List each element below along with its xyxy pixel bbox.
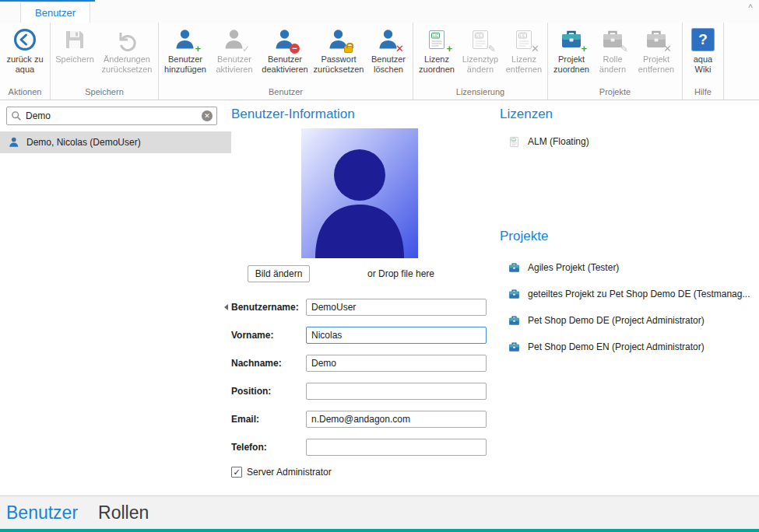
button-label: Benutzer aktivieren bbox=[210, 54, 258, 75]
button-label: Rolle ändern bbox=[593, 54, 632, 75]
back-to-aqua-button[interactable]: zurück zu aqua bbox=[2, 23, 48, 86]
ribbon-collapse-icon[interactable]: ^ bbox=[748, 2, 753, 13]
project-item[interactable]: Pet Shop Demo EN (Project Administrator) bbox=[500, 334, 759, 360]
button-label: Benutzer deaktivieren bbox=[258, 54, 311, 75]
assign-project-button[interactable]: + Projekt zuordnen bbox=[550, 23, 593, 86]
button-label: Speichern bbox=[54, 54, 95, 65]
assign-license-button[interactable]: + Lizenz zuordnen bbox=[415, 23, 459, 86]
bottom-tab-bar: Benutzer Rollen bbox=[0, 495, 759, 529]
button-label: Passwort zurücksetzen bbox=[311, 54, 366, 75]
delete-user-button[interactable]: ✕ Benutzer löschen bbox=[366, 23, 411, 86]
aqua-wiki-button[interactable]: ? aqua Wiki bbox=[684, 23, 722, 86]
change-photo-button[interactable]: Bild ändern bbox=[248, 265, 310, 282]
group-label-benutzer: Benutzer bbox=[160, 86, 411, 100]
search-input[interactable] bbox=[22, 110, 202, 121]
telefon-field[interactable] bbox=[306, 439, 487, 456]
user-deactivate-icon: − bbox=[272, 27, 297, 52]
field-label-benutzername: Benutzername: bbox=[231, 302, 306, 313]
back-icon bbox=[12, 27, 37, 52]
nachname-field[interactable] bbox=[306, 355, 487, 372]
group-label-speichern: Speichern bbox=[52, 86, 156, 100]
undo-changes-button[interactable]: Änderungen zurücksetzen bbox=[97, 23, 156, 86]
project-add-icon: + bbox=[559, 27, 584, 52]
photo-actions: Bild ändern or Drop file here bbox=[231, 265, 500, 282]
ribbon-group-hilfe: ? aqua Wiki Hilfe bbox=[683, 23, 724, 100]
assignments-panel: Lizenzen ALM (Floating) Projekte Agiles … bbox=[500, 100, 759, 495]
position-field[interactable] bbox=[306, 383, 487, 400]
benutzername-field[interactable] bbox=[306, 299, 487, 316]
button-label: Lizenztyp ändern bbox=[459, 54, 502, 75]
group-label-aktionen: Aktionen bbox=[2, 86, 48, 100]
search-icon bbox=[11, 110, 22, 121]
group-label-hilfe: Hilfe bbox=[684, 86, 722, 100]
user-add-icon: + bbox=[173, 27, 198, 52]
field-label-email: Email: bbox=[231, 414, 306, 425]
button-label: Lizenz zuordnen bbox=[415, 54, 459, 75]
ribbon-group-benutzer: + Benutzer hinzufügen ✓ Benutzer aktivie… bbox=[159, 23, 413, 100]
project-label: geteiltes Projekt zu Pet Shop Demo DE (T… bbox=[528, 289, 750, 299]
user-activate-icon: ✓ bbox=[222, 27, 247, 52]
ribbon-group-speichern: Speichern Änderungen zurücksetzen Speich… bbox=[51, 23, 159, 100]
group-label-projekte: Projekte bbox=[550, 86, 680, 100]
save-button[interactable]: Speichern bbox=[52, 23, 97, 86]
ribbon-group-aktionen: zurück zu aqua Aktionen bbox=[0, 23, 51, 100]
avatar[interactable] bbox=[301, 128, 418, 258]
license-item[interactable]: ALM (Floating) bbox=[500, 132, 759, 151]
checkbox-check-icon: ✓ bbox=[231, 467, 242, 478]
projects-title: Projekte bbox=[500, 229, 759, 244]
button-label: Projekt entfernen bbox=[632, 54, 680, 75]
user-info-panel: Benutzer-Information Bild ändern bbox=[231, 100, 500, 495]
main-content: ✕ Demo, Nicolas (DemoUser) Benutzer-Info… bbox=[0, 100, 759, 495]
project-icon bbox=[508, 261, 521, 275]
project-icon bbox=[508, 314, 521, 327]
change-license-type-button[interactable]: ✎ Lizenztyp ändern bbox=[459, 23, 502, 86]
project-item[interactable]: geteiltes Projekt zu Pet Shop Demo DE (T… bbox=[500, 281, 759, 307]
ribbon-group-lizensierung: + Lizenz zuordnen ✎ Lizenztyp ändern ✕ L… bbox=[413, 23, 548, 100]
project-item[interactable]: Pet Shop Demo DE (Project Administrator) bbox=[500, 307, 759, 334]
deactivate-user-button[interactable]: − Benutzer deaktivieren bbox=[258, 23, 311, 86]
group-label-lizensierung: Lizensierung bbox=[415, 86, 546, 100]
button-label: Benutzer hinzufügen bbox=[160, 54, 210, 75]
project-label: Agiles Projekt (Tester) bbox=[528, 262, 619, 273]
wiki-icon: ? bbox=[690, 27, 715, 52]
field-label-position: Position: bbox=[231, 386, 306, 397]
remove-project-button[interactable]: ✕ Projekt entfernen bbox=[632, 23, 680, 86]
project-label: Pet Shop Demo DE (Project Administrator) bbox=[528, 315, 705, 326]
activate-user-button[interactable]: ✓ Benutzer aktivieren bbox=[210, 23, 258, 86]
change-role-button[interactable]: ✎ Rolle ändern bbox=[593, 23, 632, 86]
field-label-nachname: Nachname: bbox=[231, 358, 306, 369]
add-user-button[interactable]: + Benutzer hinzufügen bbox=[160, 23, 210, 86]
role-change-icon: ✎ bbox=[600, 27, 625, 52]
ribbon-group-projekte: + Projekt zuordnen ✎ Rolle ändern ✕ Proj… bbox=[548, 23, 683, 100]
user-icon bbox=[8, 136, 20, 149]
ribbon-tab-row: Benutzer ^ bbox=[0, 0, 759, 23]
vorname-field[interactable] bbox=[306, 327, 487, 344]
project-icon bbox=[508, 341, 521, 354]
user-search: ✕ bbox=[6, 107, 217, 125]
project-icon bbox=[508, 288, 521, 301]
server-admin-checkbox[interactable]: ✓ Server Administrator bbox=[231, 467, 500, 478]
project-item[interactable]: Agiles Projekt (Tester) bbox=[500, 254, 759, 281]
save-icon bbox=[62, 27, 87, 52]
footer-tab-rollen[interactable]: Rollen bbox=[98, 502, 149, 523]
license-remove-icon: ✕ bbox=[511, 27, 536, 52]
field-label-telefon: Telefon: bbox=[231, 442, 306, 453]
license-icon bbox=[508, 135, 521, 149]
clear-search-icon[interactable]: ✕ bbox=[202, 110, 213, 121]
ribbon: zurück zu aqua Aktionen Speichern Änderu… bbox=[0, 23, 759, 100]
reset-password-button[interactable]: Passwort zurücksetzen bbox=[311, 23, 366, 86]
collapse-arrow-icon[interactable] bbox=[224, 304, 228, 310]
user-admin-window: Benutzer ^ zurück zu aqua Aktionen Sp bbox=[0, 0, 759, 532]
user-list-item[interactable]: Demo, Nicolas (DemoUser) bbox=[0, 131, 231, 153]
tab-benutzer[interactable]: Benutzer bbox=[20, 2, 90, 23]
remove-license-button[interactable]: ✕ Lizenz entfernen bbox=[502, 23, 546, 86]
button-label: aqua Wiki bbox=[684, 54, 722, 75]
license-change-icon: ✎ bbox=[468, 27, 493, 52]
footer-tab-benutzer[interactable]: Benutzer bbox=[6, 502, 78, 523]
user-form: Benutzername: Vorname: Nachname: Positio… bbox=[231, 299, 500, 478]
checkbox-label: Server Administrator bbox=[247, 467, 332, 478]
email-field[interactable] bbox=[306, 411, 487, 428]
licenses-title: Lizenzen bbox=[500, 107, 759, 122]
license-list: ALM (Floating) bbox=[500, 132, 759, 151]
button-label: Änderungen zurücksetzen bbox=[97, 54, 156, 75]
